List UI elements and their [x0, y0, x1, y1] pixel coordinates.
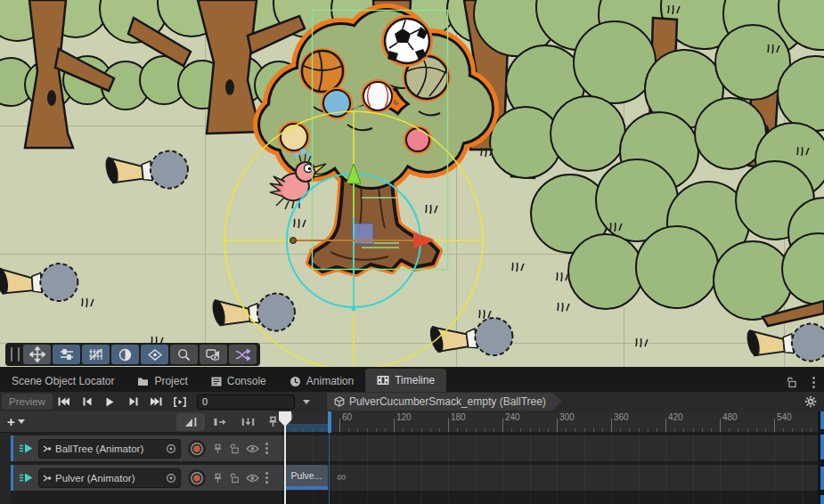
preview-toggle-button[interactable]: Preview [2, 394, 53, 410]
track-row-pulver[interactable]: Pulver (Animator) [11, 465, 283, 491]
preview-label: Preview [9, 396, 45, 407]
timeline-end-marker[interactable] [328, 411, 331, 433]
track-content-area[interactable]: Pulve... ∞ [283, 433, 818, 504]
scrollbar-segment [820, 411, 824, 429]
unlock-icon[interactable] [229, 473, 240, 484]
unlock-icon[interactable] [786, 377, 797, 388]
timeline-clip[interactable]: Pulve... [285, 465, 328, 486]
ruler-tick-minor [639, 428, 640, 432]
tab-label: Project [154, 375, 187, 387]
ruler-tick-minor [693, 428, 694, 432]
track-row-balltree[interactable]: BallTree (Animator) [11, 435, 283, 461]
tab-label: Timeline [395, 374, 435, 386]
animator-icon [43, 474, 52, 483]
panel-menu-kebab-icon[interactable] [812, 377, 815, 388]
record-button[interactable] [188, 469, 206, 487]
previous-frame-icon [83, 397, 92, 406]
pin-icon[interactable] [213, 443, 223, 454]
ruler-tick-minor [294, 428, 295, 432]
ruler-tick-minor [439, 428, 440, 432]
animator-icon [43, 444, 52, 453]
timeline-options-dropdown[interactable] [295, 394, 318, 410]
frame-field[interactable] [197, 394, 295, 410]
eye-icon[interactable] [246, 444, 259, 453]
contrast-tool[interactable] [111, 345, 139, 364]
tab-animation[interactable]: Animation [278, 370, 365, 392]
timeline-ruler[interactable]: 060120180240300360420480540 [283, 411, 818, 433]
record-button[interactable] [188, 440, 206, 458]
search-tool[interactable] [170, 345, 198, 364]
ruler-tick-minor [702, 428, 703, 432]
pink-ball[interactable] [404, 126, 432, 154]
object-picker-icon[interactable] [166, 473, 176, 484]
playhead[interactable] [279, 411, 291, 427]
animator-binding-field[interactable]: BallTree (Animator) [38, 439, 181, 459]
breadcrumb[interactable]: PulverCucumberSmack_empty (BallTree) [327, 393, 562, 411]
row-gap [283, 433, 818, 435]
add-track-button[interactable]: + [7, 414, 25, 429]
toolbar-drag-handle[interactable] [9, 347, 21, 362]
next-frame-icon [129, 397, 138, 406]
mixer-tool[interactable] [53, 345, 80, 364]
animator-binding-field[interactable]: Pulver (Animator) [38, 468, 181, 488]
soccer-ball[interactable] [381, 15, 433, 67]
go-to-end-button[interactable] [145, 394, 168, 410]
track-menu-kebab-icon[interactable] [265, 472, 268, 484]
scene-view[interactable] [0, 0, 824, 367]
ruler-tick-label: 540 [777, 412, 792, 422]
go-to-start-button[interactable] [53, 394, 76, 410]
record-icon [190, 442, 204, 456]
baseball[interactable] [361, 79, 395, 113]
tab-project[interactable]: Project [126, 370, 199, 392]
track-header-panel: BallTree (Animator) [0, 433, 283, 504]
eye-icon[interactable] [246, 474, 259, 483]
move-tool[interactable] [23, 345, 51, 364]
timeline-settings-button[interactable] [804, 395, 817, 408]
grid-paint-tool[interactable] [82, 345, 110, 364]
edit-mode-mix-button[interactable] [205, 413, 233, 431]
play-range-icon [174, 397, 186, 407]
curves-view-button[interactable] [176, 413, 205, 431]
scene-toolbar [5, 343, 260, 366]
row-gap [283, 461, 818, 465]
previous-frame-button[interactable] [76, 394, 99, 410]
ruler-tick-minor [357, 428, 358, 432]
ruler-tick-major [774, 419, 775, 432]
scrollbar-segment [820, 435, 824, 459]
edit-mode-replace-button[interactable] [233, 413, 262, 431]
folder-icon [137, 377, 149, 386]
ruler-tick-minor [457, 428, 458, 432]
unlock-icon[interactable] [229, 443, 240, 454]
ruler-tick-minor [674, 428, 675, 432]
tab-timeline[interactable]: Timeline [365, 369, 446, 392]
ruler-tick-minor [376, 428, 377, 432]
right-edge-scrollbar[interactable] [818, 411, 824, 504]
pin-icon[interactable] [213, 473, 223, 484]
ruler-tick-minor [584, 428, 585, 432]
tab-scene-object-locator[interactable]: Scene Object Locator [0, 370, 126, 392]
track-accent [11, 435, 13, 461]
play-button[interactable] [99, 394, 122, 410]
ruler-tick-minor [494, 428, 494, 432]
track-menu-kebab-icon[interactable] [265, 443, 268, 454]
play-range-button[interactable] [168, 394, 192, 410]
ruler-tick-minor [738, 428, 738, 432]
ruler-tick-major [720, 419, 721, 432]
ruler-tick-minor [303, 428, 304, 432]
sprite-sort-tool[interactable] [141, 345, 168, 364]
object-picker-icon[interactable] [166, 443, 176, 454]
next-frame-button[interactable] [122, 394, 145, 410]
clip-label: Pulve... [290, 470, 322, 481]
ruler-tick-minor [539, 428, 540, 432]
track-options-row: + [0, 411, 283, 433]
ruler-tick-label: 120 [396, 412, 412, 422]
tab-console[interactable]: Console [200, 370, 278, 392]
shuffle-tool[interactable] [229, 345, 257, 364]
playhead-line [284, 426, 286, 504]
editor-window: Scene Object Locator Project Console Ani… [0, 0, 824, 504]
camera-visibility-tool[interactable] [200, 345, 227, 364]
play-icon [106, 397, 114, 407]
ruler-tick-minor [802, 428, 803, 432]
clip-mix-icon [213, 417, 226, 427]
ruler-tick-minor [548, 428, 549, 432]
